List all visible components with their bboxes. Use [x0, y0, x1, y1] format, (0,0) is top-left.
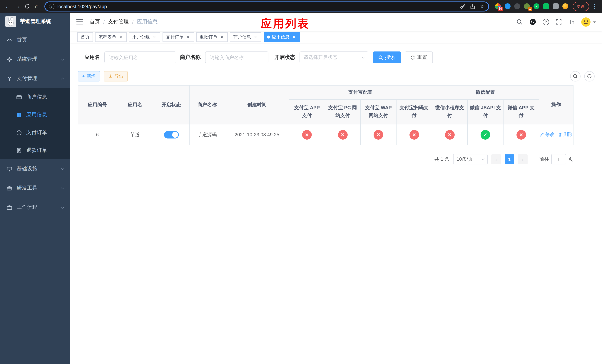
breadcrumb-home[interactable]: 首页	[90, 19, 100, 25]
tab-user-group[interactable]: 用户分组 ×	[129, 32, 160, 42]
chevron-up-icon	[61, 78, 64, 81]
toolbox-icon	[7, 185, 12, 191]
font-size-large: T	[568, 19, 572, 25]
sidebar-item-pay-orders[interactable]: 支付订单	[0, 124, 70, 141]
sidebar-item-home[interactable]: 首页	[0, 30, 70, 50]
table-toolbar: + 新增 导出	[78, 71, 595, 81]
col-wechat-app: 微信 APP 支付	[503, 99, 539, 124]
status-icon: ×	[445, 130, 454, 139]
browser-forward-button[interactable]: →	[13, 1, 22, 11]
avatar-badge: 1	[528, 7, 532, 11]
site-info-icon[interactable]: i	[49, 3, 54, 9]
sidebar-fold-icon[interactable]	[76, 19, 83, 24]
add-button[interactable]: + 新增	[78, 71, 100, 81]
tab-home[interactable]: 首页	[77, 32, 93, 42]
sidebar-item-refund-orders[interactable]: 退款订单	[0, 141, 70, 159]
bookmark-star-icon[interactable]: ☆	[480, 3, 485, 10]
tab-refund-orders[interactable]: 退款订单 ×	[196, 32, 228, 42]
emoji-avatar-icon[interactable]	[562, 3, 568, 9]
app-name-input[interactable]	[104, 52, 176, 63]
refresh-table-button[interactable]	[584, 71, 595, 81]
reset-button[interactable]: 重置	[405, 52, 433, 63]
font-size-icon[interactable]: T T	[568, 19, 574, 25]
extension-colorwheel-icon[interactable]: 10	[495, 3, 501, 9]
sidebar-item-merchant-info[interactable]: 商户信息	[0, 88, 70, 106]
document-icon	[16, 148, 22, 153]
status-select[interactable]: 请选择开启状态	[300, 52, 368, 63]
table-row: 6 芋道 芋道源码 2021-10-23 08:49:25 × × × × × …	[78, 124, 573, 145]
extension-dark-icon[interactable]	[514, 3, 520, 9]
briefcase-icon	[7, 204, 12, 210]
payment-submenu: 商户信息 应用信息 支付订单	[0, 88, 70, 159]
sidebar-item-system[interactable]: 系统管理	[0, 50, 70, 69]
edit-link[interactable]: 修改	[540, 131, 554, 138]
toggle-search-button[interactable]	[570, 71, 580, 81]
prev-page-button[interactable]: ‹	[491, 154, 501, 164]
reload-icon	[24, 3, 30, 9]
password-key-icon[interactable]	[460, 3, 465, 9]
check-icon: ✓	[534, 3, 539, 9]
breadcrumb-payment[interactable]: 支付管理	[108, 19, 129, 25]
active-tab-dot	[267, 36, 270, 39]
pencil-icon	[540, 132, 544, 137]
sidebar-item-payment[interactable]: ¥ 支付管理	[0, 69, 70, 88]
tab-app-info[interactable]: 应用信息 ×	[264, 32, 300, 42]
browser-back-button[interactable]: ←	[3, 1, 13, 11]
extension-wechat-check-icon[interactable]: ✓	[534, 3, 539, 9]
delete-link[interactable]: 删除	[558, 131, 573, 138]
close-icon[interactable]: ×	[118, 34, 123, 40]
browser-home-button[interactable]: ⌂	[32, 1, 42, 11]
sidebar-item-label: 基础设施	[17, 166, 37, 172]
next-page-button[interactable]: ›	[518, 154, 527, 164]
merchant-name-input[interactable]	[205, 52, 269, 63]
url-text[interactable]: localhost:1024/pay/app	[57, 3, 107, 9]
status-icon: ×	[374, 130, 383, 139]
header-search-icon[interactable]	[516, 19, 523, 25]
goto-page-input[interactable]	[551, 154, 566, 164]
help-icon[interactable]: ?	[543, 19, 549, 25]
extension-drop-icon[interactable]	[505, 3, 511, 9]
export-button[interactable]: 导出	[104, 71, 128, 81]
col-wechat-mini: 微信小程序支付	[432, 99, 467, 124]
tab-label: 流程表单	[98, 34, 116, 40]
breadcrumb-separator: /	[132, 19, 134, 25]
tags-bar: 首页 流程表单 × 用户分组 × 支付订单 × 退款订单 ×	[70, 31, 602, 43]
github-icon[interactable]	[529, 19, 536, 25]
close-icon[interactable]: ×	[185, 34, 191, 40]
browser-update-button[interactable]: 更新	[573, 2, 589, 11]
tab-process-form[interactable]: 流程表单 ×	[95, 32, 127, 42]
close-icon[interactable]: ×	[291, 34, 297, 40]
status-toggle[interactable]	[164, 131, 179, 138]
sidebar-item-app-info[interactable]: 应用信息	[0, 106, 70, 124]
current-page-button[interactable]: 1	[505, 154, 514, 164]
share-icon[interactable]	[470, 3, 475, 9]
sidebar-item-label: 系统管理	[17, 56, 37, 63]
tab-merchant-info[interactable]: 商户信息 ×	[230, 32, 261, 42]
cell-app-name: 芋道	[117, 124, 153, 145]
close-icon[interactable]: ×	[219, 34, 224, 40]
monitor-icon	[7, 166, 12, 172]
close-icon[interactable]: ×	[152, 34, 157, 40]
sidebar-item-infrastructure[interactable]: 基础设施	[0, 159, 70, 179]
add-button-label: 新增	[87, 73, 96, 79]
breadcrumb-current: 应用信息	[137, 19, 158, 25]
search-button[interactable]: 搜索	[373, 52, 401, 63]
browser-menu-icon[interactable]: ⋮	[591, 3, 599, 10]
avatar-caret-icon	[593, 21, 596, 23]
trash-icon	[558, 132, 562, 137]
close-icon[interactable]: ×	[253, 34, 258, 40]
tab-pay-orders[interactable]: 支付订单 ×	[162, 32, 194, 42]
address-bar[interactable]: i localhost:1024/pay/app ☆	[44, 1, 489, 11]
user-avatar[interactable]	[581, 17, 596, 27]
extensions-puzzle-icon[interactable]	[553, 3, 559, 9]
page-size-select[interactable]: 10条/页	[453, 154, 488, 164]
fullscreen-icon[interactable]	[556, 19, 562, 25]
merchant-name-label: 商户名称	[180, 54, 201, 61]
browser-reload-button[interactable]	[22, 1, 32, 11]
extension-avatar-icon[interactable]: 1	[524, 3, 530, 9]
search-button-label: 搜索	[385, 54, 395, 61]
order-clock-icon	[16, 130, 22, 135]
sidebar-item-dev-tools[interactable]: 研发工具	[0, 179, 70, 198]
sidebar-item-workflow[interactable]: 工作流程	[0, 198, 70, 217]
extension-wechat-chat-icon[interactable]	[543, 3, 549, 9]
